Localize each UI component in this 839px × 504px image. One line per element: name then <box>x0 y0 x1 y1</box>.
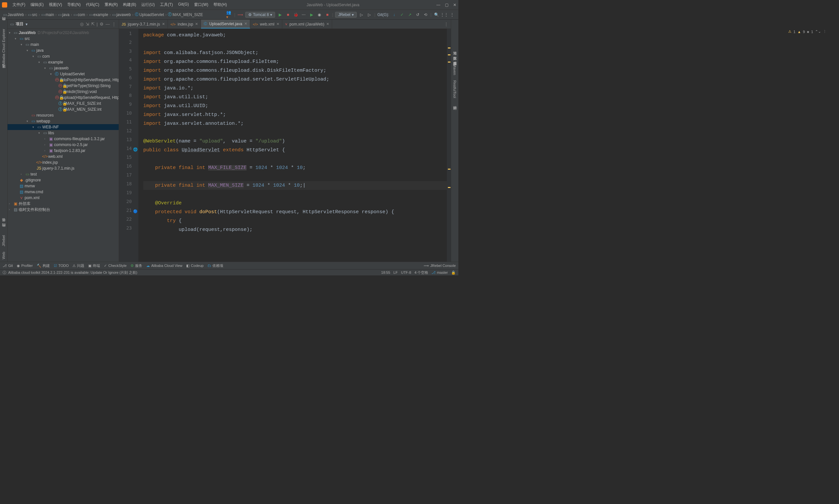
jrebel-icon[interactable]: ⟿ <box>237 12 243 18</box>
breadcrumb-item[interactable]: ▭ javaweb <box>112 13 131 17</box>
line-number[interactable]: 11 <box>119 119 138 128</box>
code-line[interactable] <box>143 172 447 181</box>
right-vtab-database[interactable]: 数据库 <box>452 51 458 56</box>
tree-indexjsp[interactable]: </>index.jsp <box>7 160 119 165</box>
settings-icon[interactable]: ⋮⋮ <box>441 12 447 18</box>
code-line[interactable]: package com.example.javaweb; <box>143 31 447 40</box>
line-gutter[interactable]: 1234567891011121314🌐15161718192021🔵2223 <box>119 29 139 262</box>
git-commit-icon[interactable]: ✓ <box>399 12 405 18</box>
right-vtab-restful[interactable]: RestfulTool <box>452 78 457 101</box>
line-number[interactable]: 1 <box>119 31 138 40</box>
tree-resources[interactable]: ▭resources <box>7 112 119 118</box>
breadcrumb-item[interactable]: ▭ example <box>89 13 108 17</box>
menu-item[interactable]: 代码(C) <box>83 2 102 7</box>
line-number[interactable]: 22 <box>119 216 138 225</box>
close-icon[interactable]: ✕ <box>195 22 198 26</box>
menu-item[interactable]: 窗口(W) <box>191 2 211 7</box>
right-vtab-appserver[interactable]: 应用程序服务器 <box>452 56 458 61</box>
caret-position[interactable]: 18:55 <box>381 270 391 274</box>
btab-profiler[interactable]: ◉ Profiler <box>17 264 33 268</box>
breadcrumb-item[interactable]: ▭ src <box>28 13 37 17</box>
code-line[interactable]: import javax.servlet.http.*; <box>143 110 447 119</box>
tree-webinf[interactable]: ▾▭WEB-INF <box>7 124 119 130</box>
menu-item[interactable]: 文件(F) <box>10 2 28 7</box>
editor-tab[interactable]: </>web.xml✕ <box>250 20 282 29</box>
line-number[interactable]: 13 <box>119 137 138 146</box>
line-number[interactable]: 7 <box>119 84 138 93</box>
tree-javaweb[interactable]: ▾▭javaweb <box>7 65 119 71</box>
code-line[interactable]: import org.apache.commons.fileupload.Fil… <box>143 57 447 66</box>
tree-scratch[interactable]: ›▤临时文件和控制台 <box>7 206 119 213</box>
line-number[interactable]: 10 <box>119 110 138 119</box>
line-number[interactable]: 20 <box>119 199 138 208</box>
error-strip[interactable] <box>447 29 451 262</box>
user-icon[interactable]: 👥▾ <box>226 12 232 18</box>
breadcrumb-item[interactable]: ▭ com <box>73 13 85 17</box>
warn-mark-icon[interactable] <box>448 48 450 49</box>
run-config-selector[interactable]: ⚙ Tomcat 8 ▾ <box>245 12 275 18</box>
code-line[interactable]: try { <box>143 216 447 225</box>
btab-checkstyle[interactable]: ✓ CheckStyle <box>104 264 126 268</box>
code-line[interactable]: import java.util.List; <box>143 93 447 102</box>
tree-main[interactable]: ▾▭main <box>7 41 119 48</box>
stop-icon[interactable]: ■ <box>285 12 291 18</box>
code-line[interactable] <box>143 40 447 49</box>
left-vtab-alibaba[interactable]: Alibaba Cloud Explorer <box>1 26 6 69</box>
select-open-file-icon[interactable]: ◎ <box>80 22 84 26</box>
more-icon[interactable]: ⋮ <box>112 22 116 26</box>
warn-mark-icon[interactable] <box>448 61 450 62</box>
git-update-icon[interactable]: ↓ <box>391 12 397 18</box>
left-vtab-web[interactable]: Web <box>1 249 6 262</box>
warn-mark-icon[interactable] <box>448 54 450 55</box>
code-line[interactable] <box>143 190 447 199</box>
line-number[interactable]: 21🔵 <box>119 208 138 216</box>
indent[interactable]: 4 个空格 <box>414 270 428 275</box>
close-icon[interactable]: ✕ <box>453 3 456 7</box>
code-line[interactable]: upload(request,response); <box>143 225 447 234</box>
settings-icon[interactable]: ⚙ <box>100 22 104 26</box>
collapse-all-icon[interactable]: ⇱ <box>91 22 95 26</box>
code-line[interactable]: import org.apache.commons.fileupload.ser… <box>143 75 447 84</box>
tabs-more-icon[interactable]: ⋮ <box>442 22 451 26</box>
git-rollback-icon[interactable]: ⟲ <box>423 12 429 18</box>
tree-pomxml[interactable]: ⋎pom.xml <box>7 195 119 201</box>
line-number[interactable]: 12 <box>119 128 138 137</box>
line-number[interactable]: 6 <box>119 75 138 84</box>
menu-item[interactable]: Git(G) <box>175 2 191 7</box>
tree-maxmensize[interactable]: ⓕ🔒MAX_MEN_SIZE:int <box>7 106 119 112</box>
editor-tab[interactable]: JSjquery-3.7.1.min.js✕ <box>119 20 168 29</box>
code-line[interactable]: import com.alibaba.fastjson.JSONObject; <box>143 49 447 57</box>
btab-deps[interactable]: 🗀 依赖项 <box>207 263 223 268</box>
line-number[interactable]: 4 <box>119 57 138 66</box>
close-icon[interactable]: ✕ <box>244 22 247 26</box>
tree-getfiletype[interactable]: ⓜ🔒getFileType(String):String <box>7 83 119 89</box>
code-line[interactable]: private final int MAX_MEN_SIZE = 1024 * … <box>143 181 447 190</box>
code-line[interactable]: import org.apache.commons.fileupload.dis… <box>143 66 447 75</box>
menu-item[interactable]: 工具(T) <box>157 2 175 7</box>
status-message[interactable]: Alibaba cloud toolkit 2024.2.1-222-231 i… <box>8 270 137 275</box>
jrebel-selector[interactable]: JRebel ▾ <box>335 12 356 18</box>
btab-terminal[interactable]: ▣ 终端 <box>88 263 100 268</box>
tree-src[interactable]: ▾▭src <box>7 36 119 41</box>
tree-webapp[interactable]: ▾▭webapp <box>7 118 119 124</box>
editor-tab[interactable]: ⋎pom.xml (JavaWeb)✕ <box>282 20 332 29</box>
btab-problems[interactable]: ⚠ 问题 <box>72 263 84 268</box>
close-icon[interactable]: ✕ <box>276 22 279 26</box>
breadcrumb-item[interactable]: ▭ java <box>58 13 69 17</box>
more-actions-icon[interactable]: ⋮ <box>449 12 455 18</box>
line-number[interactable]: 2 <box>119 40 138 49</box>
right-vtab-notifications[interactable]: 通知 <box>452 46 458 51</box>
line-number[interactable]: 16 <box>119 163 138 172</box>
tree-lib3[interactable]: ›▣fastjson-1.2.83.jar <box>7 148 119 154</box>
tree-root[interactable]: ▾▭JavaWebD:\ProjectsFor2024\JavaWeb <box>7 30 119 36</box>
menu-item[interactable]: 帮助(H) <box>211 2 229 7</box>
profiler-icon[interactable]: ◉ <box>316 12 322 18</box>
tree-test[interactable]: ›▭test <box>7 171 119 177</box>
menu-item[interactable]: 构建(B) <box>120 2 139 7</box>
tree-maxfilesize[interactable]: ⓕ🔒MAX_FILE_SIZE:int <box>7 101 119 106</box>
menu-item[interactable]: 导航(N) <box>65 2 83 7</box>
breadcrumb-item[interactable]: Ⓒ UploadServlet <box>135 12 164 17</box>
hide-icon[interactable]: — <box>106 22 110 26</box>
code-line[interactable]: private final int MAX_FILE_SIZE = 1024 *… <box>143 163 447 172</box>
close-icon[interactable]: ✕ <box>162 22 165 26</box>
